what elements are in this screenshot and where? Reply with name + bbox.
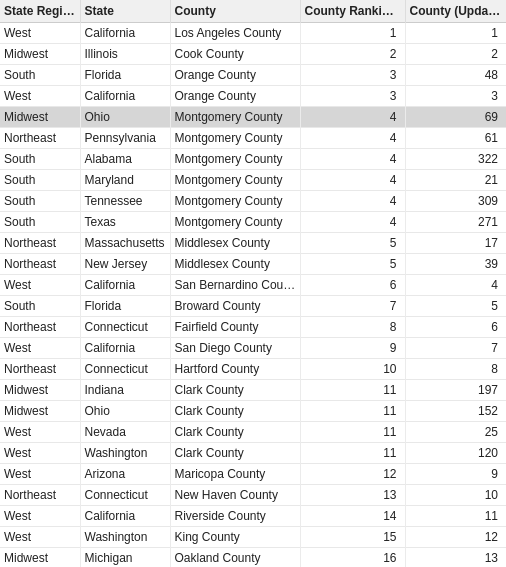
table-row[interactable]: WestWashingtonClark County11120 bbox=[0, 443, 506, 464]
cell-state_regions: South bbox=[0, 191, 80, 212]
table-row[interactable]: MidwestOhioClark County11152 bbox=[0, 401, 506, 422]
cell-state_regions: Midwest bbox=[0, 107, 80, 128]
header-county[interactable]: County bbox=[170, 0, 300, 23]
cell-county: Fairfield County bbox=[170, 317, 300, 338]
table-row[interactable]: SouthAlabamaMontgomery County4322 bbox=[0, 149, 506, 170]
cell-county: King County bbox=[170, 527, 300, 548]
cell-state_regions: South bbox=[0, 212, 80, 233]
cell-county: Clark County bbox=[170, 380, 300, 401]
cell-county: Clark County bbox=[170, 443, 300, 464]
cell-state: Pennsylvania bbox=[80, 128, 170, 149]
cell-state_regions: Northeast bbox=[0, 359, 80, 380]
cell-county: San Diego County bbox=[170, 338, 300, 359]
cell-state_regions: Northeast bbox=[0, 485, 80, 506]
table-row[interactable]: SouthFloridaOrange County348 bbox=[0, 65, 506, 86]
cell-state: Indiana bbox=[80, 380, 170, 401]
cell-county_updated: 3 bbox=[405, 86, 506, 107]
table-row[interactable]: MidwestOhioMontgomery County469 bbox=[0, 107, 506, 128]
cell-county: Middlesex County bbox=[170, 254, 300, 275]
table-row[interactable]: SouthTennesseeMontgomery County4309 bbox=[0, 191, 506, 212]
cell-state: Connecticut bbox=[80, 359, 170, 380]
cell-state: Michigan bbox=[80, 548, 170, 568]
cell-county_ranking: 11 bbox=[300, 380, 405, 401]
cell-county: Middlesex County bbox=[170, 233, 300, 254]
cell-county: Oakland County bbox=[170, 548, 300, 568]
cell-state_regions: South bbox=[0, 296, 80, 317]
table-row[interactable]: WestCaliforniaLos Angeles County11 bbox=[0, 23, 506, 44]
cell-county_ranking: 6 bbox=[300, 275, 405, 296]
cell-county_ranking: 11 bbox=[300, 401, 405, 422]
header-county-ranking[interactable]: County Ranking bbox=[300, 0, 405, 23]
cell-county_ranking: 14 bbox=[300, 506, 405, 527]
cell-county_updated: 7 bbox=[405, 338, 506, 359]
header-state[interactable]: State bbox=[80, 0, 170, 23]
table-header-row: State Regions State County County Rankin… bbox=[0, 0, 506, 23]
cell-state: Nevada bbox=[80, 422, 170, 443]
cell-state: Washington bbox=[80, 527, 170, 548]
table-row[interactable]: MidwestMichiganOakland County1613 bbox=[0, 548, 506, 568]
cell-county: Montgomery County bbox=[170, 191, 300, 212]
table-row[interactable]: NortheastConnecticutNew Haven County1310 bbox=[0, 485, 506, 506]
cell-state_regions: Midwest bbox=[0, 548, 80, 568]
cell-state: Washington bbox=[80, 443, 170, 464]
cell-state: California bbox=[80, 275, 170, 296]
cell-county_updated: 1 bbox=[405, 23, 506, 44]
cell-state_regions: West bbox=[0, 338, 80, 359]
table-row[interactable]: SouthMarylandMontgomery County421 bbox=[0, 170, 506, 191]
table-row[interactable]: NortheastConnecticutHartford County108 bbox=[0, 359, 506, 380]
cell-county_updated: 322 bbox=[405, 149, 506, 170]
cell-county: Maricopa County bbox=[170, 464, 300, 485]
cell-county_ranking: 4 bbox=[300, 149, 405, 170]
table-row[interactable]: WestCaliforniaOrange County33 bbox=[0, 86, 506, 107]
table-row[interactable]: NortheastNew JerseyMiddlesex County539 bbox=[0, 254, 506, 275]
cell-county_updated: 11 bbox=[405, 506, 506, 527]
cell-county: Los Angeles County bbox=[170, 23, 300, 44]
header-state-regions[interactable]: State Regions bbox=[0, 0, 80, 23]
cell-state: Connecticut bbox=[80, 485, 170, 506]
cell-state_regions: South bbox=[0, 149, 80, 170]
table-row[interactable]: WestArizonaMaricopa County129 bbox=[0, 464, 506, 485]
cell-county_updated: 25 bbox=[405, 422, 506, 443]
table-row[interactable]: MidwestIllinoisCook County22 bbox=[0, 44, 506, 65]
table-row[interactable]: WestCaliforniaSan Bernardino County64 bbox=[0, 275, 506, 296]
table-row[interactable]: SouthTexasMontgomery County4271 bbox=[0, 212, 506, 233]
cell-state: Texas bbox=[80, 212, 170, 233]
cell-county_updated: 69 bbox=[405, 107, 506, 128]
table-row[interactable]: WestCaliforniaRiverside County1411 bbox=[0, 506, 506, 527]
cell-county: Orange County bbox=[170, 86, 300, 107]
table-row[interactable]: MidwestIndianaClark County11197 bbox=[0, 380, 506, 401]
cell-county_ranking: 4 bbox=[300, 170, 405, 191]
table-row[interactable]: WestWashingtonKing County1512 bbox=[0, 527, 506, 548]
cell-state: Ohio bbox=[80, 107, 170, 128]
cell-county: Montgomery County bbox=[170, 107, 300, 128]
cell-state: Connecticut bbox=[80, 317, 170, 338]
cell-county_updated: 61 bbox=[405, 128, 506, 149]
table-row[interactable]: NortheastPennsylvaniaMontgomery County46… bbox=[0, 128, 506, 149]
cell-county_ranking: 3 bbox=[300, 65, 405, 86]
header-county-updated[interactable]: County (Updated) bbox=[405, 0, 506, 23]
cell-state_regions: Northeast bbox=[0, 317, 80, 338]
table-row[interactable]: WestCaliforniaSan Diego County97 bbox=[0, 338, 506, 359]
cell-county_updated: 21 bbox=[405, 170, 506, 191]
cell-county_updated: 197 bbox=[405, 380, 506, 401]
cell-state: Maryland bbox=[80, 170, 170, 191]
cell-state_regions: Northeast bbox=[0, 254, 80, 275]
cell-state: Florida bbox=[80, 296, 170, 317]
cell-county_ranking: 10 bbox=[300, 359, 405, 380]
cell-county_updated: 39 bbox=[405, 254, 506, 275]
table-row[interactable]: NortheastMassachusettsMiddlesex County51… bbox=[0, 233, 506, 254]
cell-county: Clark County bbox=[170, 401, 300, 422]
cell-county_ranking: 4 bbox=[300, 107, 405, 128]
cell-state_regions: Midwest bbox=[0, 401, 80, 422]
cell-state: California bbox=[80, 86, 170, 107]
cell-state_regions: West bbox=[0, 86, 80, 107]
cell-county_updated: 120 bbox=[405, 443, 506, 464]
cell-county_updated: 17 bbox=[405, 233, 506, 254]
cell-county: Orange County bbox=[170, 65, 300, 86]
cell-county_updated: 10 bbox=[405, 485, 506, 506]
table-row[interactable]: WestNevadaClark County1125 bbox=[0, 422, 506, 443]
cell-county_updated: 13 bbox=[405, 548, 506, 568]
table-row[interactable]: NortheastConnecticutFairfield County86 bbox=[0, 317, 506, 338]
cell-state_regions: West bbox=[0, 443, 80, 464]
table-row[interactable]: SouthFloridaBroward County75 bbox=[0, 296, 506, 317]
